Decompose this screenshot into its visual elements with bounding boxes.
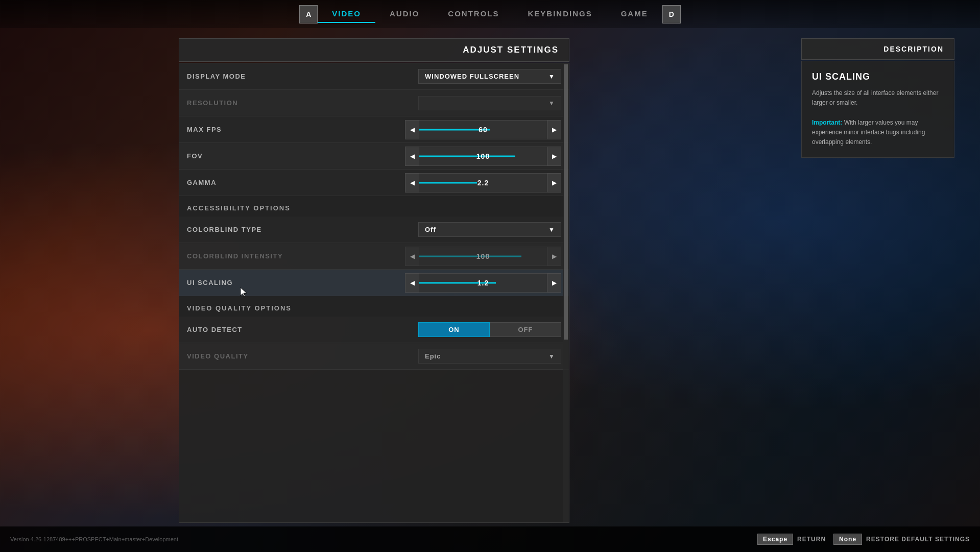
- dropdown-display-mode[interactable]: WINDOWED FULLSCREEN ▼: [418, 69, 561, 84]
- label-colorblind-intensity: COLORBLIND INTENSITY: [187, 252, 405, 260]
- slider-ui-scaling-track[interactable]: 1.2: [419, 273, 547, 293]
- description-body: Adjusts the size of all interface elemen…: [812, 88, 944, 147]
- slider-gamma-increase[interactable]: ▶: [547, 173, 561, 193]
- label-display-mode: DISPLAY MODE: [187, 73, 418, 80]
- slider-fov-decrease[interactable]: ◀: [405, 147, 419, 166]
- dropdown-video-quality-value: Epic: [425, 352, 441, 360]
- section-accessibility-title: ACCESSIBILITY OPTIONS: [187, 204, 291, 212]
- slider-max-fps: ◀ 60 ▶: [405, 120, 561, 139]
- description-important-prefix: Important:: [812, 119, 842, 126]
- adjust-settings-label: ADJUST SETTINGS: [463, 45, 559, 55]
- nav-left-arrow[interactable]: A: [299, 5, 318, 23]
- description-title: UI SCALING: [812, 71, 944, 82]
- setting-row-resolution: RESOLUTION ▼: [179, 90, 569, 116]
- dropdown-video-quality[interactable]: Epic ▼: [418, 349, 561, 364]
- slider-fov-value: 100: [476, 152, 490, 160]
- tab-keybindings[interactable]: KEYBINDINGS: [514, 5, 607, 23]
- label-resolution: RESOLUTION: [187, 99, 418, 107]
- slider-gamma-decrease[interactable]: ◀: [405, 173, 419, 193]
- dropdown-colorblind-type-value: Off: [425, 226, 436, 233]
- slider-colorblind-intensity-decrease[interactable]: ◀: [405, 247, 419, 266]
- setting-row-fov: FOV ◀ 100 ▶: [179, 143, 569, 170]
- tab-audio[interactable]: AUDIO: [375, 5, 434, 23]
- scrollbar-thumb[interactable]: [564, 64, 568, 340]
- bottom-controls: Escape RETURN None RESTORE DEFAULT SETTI…: [757, 534, 970, 545]
- bottom-bar: Version 4.26-1287489+++PROSPECT+Main+mas…: [0, 526, 980, 552]
- slider-max-fps-track[interactable]: 60: [419, 120, 547, 139]
- scrollbar[interactable]: [563, 63, 569, 522]
- toggle-auto-detect: ON OFF: [418, 322, 561, 337]
- slider-max-fps-decrease[interactable]: ◀: [405, 120, 419, 139]
- nav-tabs: VIDEO AUDIO CONTROLS KEYBINDINGS GAME: [318, 5, 662, 23]
- label-gamma: GAMMA: [187, 179, 405, 186]
- slider-ui-scaling: ◀ 1.2 ▶: [405, 273, 561, 293]
- label-colorblind-type: COLORBLIND TYPE: [187, 226, 418, 233]
- dropdown-display-mode-value: WINDOWED FULLSCREEN: [425, 73, 519, 80]
- section-video-quality: VIDEO QUALITY OPTIONS: [179, 296, 569, 317]
- setting-row-video-quality: VIDEO QUALITY Epic ▼: [179, 343, 569, 370]
- slider-colorblind-intensity-track[interactable]: 100: [419, 247, 547, 266]
- slider-colorblind-intensity-increase[interactable]: ▶: [547, 247, 561, 266]
- section-accessibility: ACCESSIBILITY OPTIONS: [179, 196, 569, 217]
- escape-key-badge[interactable]: Escape: [757, 534, 793, 545]
- tab-video[interactable]: VIDEO: [318, 5, 375, 23]
- dropdown-colorblind-type[interactable]: Off ▼: [418, 222, 561, 237]
- slider-max-fps-value: 60: [479, 126, 488, 134]
- tab-game[interactable]: GAME: [607, 5, 662, 23]
- settings-panel: ADJUST SETTINGS DISPLAY MODE WINDOWED FU…: [179, 38, 569, 526]
- description-header: DESCRIPTION: [801, 38, 954, 60]
- tab-controls[interactable]: CONTROLS: [434, 5, 513, 23]
- label-max-fps: MAX FPS: [187, 126, 405, 133]
- slider-colorblind-intensity: ◀ 100 ▶: [405, 247, 561, 266]
- slider-gamma-track[interactable]: 2.2: [419, 173, 547, 193]
- settings-content[interactable]: DISPLAY MODE WINDOWED FULLSCREEN ▼ RESOL…: [179, 63, 569, 523]
- slider-ui-scaling-increase[interactable]: ▶: [547, 273, 561, 293]
- dropdown-colorblind-type-arrow: ▼: [548, 226, 555, 233]
- setting-row-colorblind-intensity: COLORBLIND INTENSITY ◀ 100 ▶: [179, 243, 569, 270]
- description-body-text: Adjusts the size of all interface elemen…: [812, 89, 938, 106]
- settings-inner: DISPLAY MODE WINDOWED FULLSCREEN ▼ RESOL…: [179, 63, 569, 370]
- setting-row-ui-scaling: UI SCALING ◀ 1.2 ▶: [179, 270, 569, 296]
- none-key-badge[interactable]: None: [833, 534, 862, 545]
- label-ui-scaling: UI SCALING: [187, 279, 405, 286]
- slider-colorblind-intensity-value: 100: [476, 252, 490, 260]
- panel-header: ADJUST SETTINGS: [179, 38, 569, 62]
- label-auto-detect: AUTO DETECT: [187, 326, 418, 333]
- dropdown-resolution[interactable]: ▼: [418, 96, 561, 110]
- restore-label: RESTORE DEFAULT SETTINGS: [866, 536, 970, 543]
- dropdown-display-mode-arrow: ▼: [548, 73, 555, 80]
- slider-gamma-value: 2.2: [477, 179, 489, 187]
- top-navigation: A VIDEO AUDIO CONTROLS KEYBINDINGS GAME …: [0, 0, 980, 28]
- slider-max-fps-increase[interactable]: ▶: [547, 120, 561, 139]
- key-hint-restore: None RESTORE DEFAULT SETTINGS: [833, 534, 970, 545]
- key-hint-return: Escape RETURN: [757, 534, 826, 545]
- return-label: RETURN: [797, 536, 826, 543]
- setting-row-gamma: GAMMA ◀ 2.2 ▶: [179, 170, 569, 196]
- slider-fov-track[interactable]: 100: [419, 147, 547, 166]
- slider-ui-scaling-value: 1.2: [477, 279, 489, 287]
- slider-ui-scaling-decrease[interactable]: ◀: [405, 273, 419, 293]
- slider-gamma: ◀ 2.2 ▶: [405, 173, 561, 193]
- setting-row-max-fps: MAX FPS ◀ 60 ▶: [179, 116, 569, 143]
- nav-right-arrow[interactable]: D: [662, 5, 681, 23]
- setting-row-colorblind-type: COLORBLIND TYPE Off ▼: [179, 217, 569, 243]
- toggle-on-button[interactable]: ON: [418, 322, 490, 337]
- description-header-label: DESCRIPTION: [883, 45, 944, 53]
- section-video-quality-title: VIDEO QUALITY OPTIONS: [187, 304, 292, 312]
- version-text: Version 4.26-1287489+++PROSPECT+Main+mas…: [10, 536, 178, 542]
- description-panel: DESCRIPTION UI SCALING Adjusts the size …: [801, 38, 954, 158]
- slider-gamma-fill: [419, 182, 477, 183]
- slider-fov-increase[interactable]: ▶: [547, 147, 561, 166]
- toggle-off-button[interactable]: OFF: [490, 322, 561, 337]
- setting-row-display-mode: DISPLAY MODE WINDOWED FULLSCREEN ▼: [179, 63, 569, 90]
- slider-fov: ◀ 100 ▶: [405, 147, 561, 166]
- label-video-quality: VIDEO QUALITY: [187, 352, 418, 360]
- dropdown-video-quality-arrow: ▼: [548, 353, 555, 360]
- description-content: UI SCALING Adjusts the size of all inter…: [801, 61, 954, 158]
- setting-row-auto-detect: AUTO DETECT ON OFF: [179, 317, 569, 343]
- dropdown-resolution-arrow: ▼: [548, 100, 555, 107]
- slider-colorblind-intensity-fill: [419, 255, 521, 257]
- label-fov: FOV: [187, 152, 405, 160]
- slider-fov-fill: [419, 155, 515, 157]
